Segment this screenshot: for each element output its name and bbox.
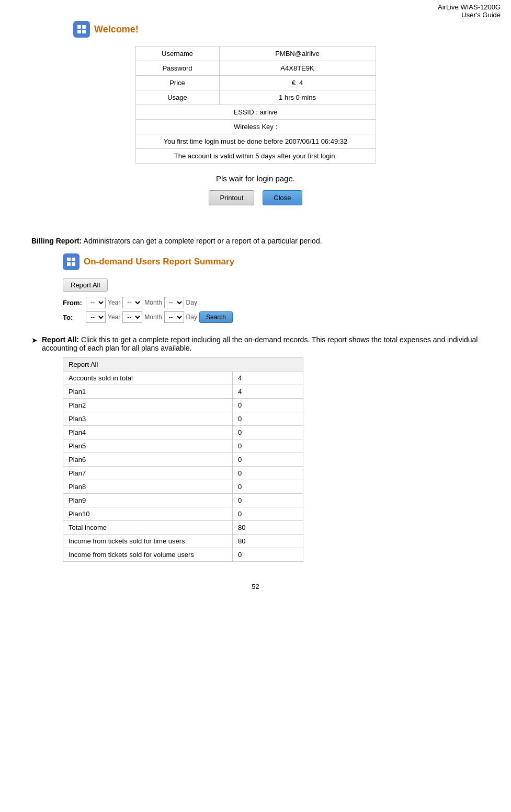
- app-icon: [73, 21, 90, 38]
- plan6-label: Plan6: [63, 453, 233, 467]
- table-row: Income from tickets sold for time users …: [63, 535, 303, 548]
- table-row: Plan3 0: [63, 412, 303, 426]
- table-row: Income from tickets sold for volume user…: [63, 548, 303, 562]
- svg-rect-3: [82, 30, 86, 33]
- to-year-select[interactable]: --: [86, 311, 106, 323]
- report-controls: Report All From: -- Year -- Month -- Day…: [63, 279, 480, 323]
- table-row: Plan8 0: [63, 480, 303, 494]
- volume-users-value: 0: [233, 548, 303, 562]
- to-label: To:: [63, 314, 84, 321]
- from-month-select[interactable]: --: [122, 297, 142, 308]
- plan5-value: 0: [233, 439, 303, 453]
- svg-rect-5: [72, 258, 75, 261]
- bullet-row: ➤ Report All: Click this to get a comple…: [31, 335, 480, 352]
- table-row: Plan2 0: [63, 399, 303, 412]
- time-users-label: Income from tickets sold for time users: [63, 535, 233, 548]
- billing-report-title: Billing Report: Administrators can get a…: [31, 237, 480, 245]
- report-all-desc: Click this to get a complete report incl…: [42, 335, 478, 352]
- table-row: Plan4 0: [63, 426, 303, 439]
- to-day-label: Day: [186, 314, 197, 321]
- plan3-value: 0: [233, 412, 303, 426]
- table-row: Plan5 0: [63, 439, 303, 453]
- plan5-label: Plan5: [63, 439, 233, 453]
- valid-row: The account is valid within 5 days after…: [135, 149, 376, 164]
- username-value: PMBN@airlive: [219, 47, 376, 61]
- billing-text: Administrators can get a complete report…: [82, 237, 322, 245]
- report-all-button[interactable]: Report All: [63, 279, 108, 292]
- price-label: Price: [135, 76, 219, 90]
- billing-report-section: Billing Report: Administrators can get a…: [31, 237, 480, 562]
- plan4-value: 0: [233, 426, 303, 439]
- accounts-sold-value: 4: [233, 372, 303, 385]
- ondemand-title: On-demand Users Report Summary: [84, 257, 234, 267]
- from-label: From:: [63, 299, 84, 307]
- from-day-select[interactable]: --: [164, 297, 184, 308]
- table-row: Accounts sold in total 4: [63, 372, 303, 385]
- total-income-label: Total income: [63, 521, 233, 535]
- welcome-title: Welcome!: [94, 24, 139, 35]
- usage-label: Usage: [135, 90, 219, 105]
- essid-row: ESSID : airlive: [135, 105, 376, 120]
- usage-value: 1 hrs 0 mins: [219, 90, 376, 105]
- billing-bold: Billing Report:: [31, 237, 82, 245]
- plan10-value: 0: [233, 507, 303, 521]
- ondemand-header: On-demand Users Report Summary: [63, 253, 480, 270]
- plan9-value: 0: [233, 494, 303, 507]
- from-day-label: Day: [186, 299, 197, 306]
- password-label: Password: [135, 61, 219, 76]
- report-all-term: Report All:: [42, 335, 79, 344]
- pls-wait-text: Pls wait for login page.: [216, 174, 295, 183]
- to-day-select[interactable]: --: [164, 311, 184, 323]
- plan6-value: 0: [233, 453, 303, 467]
- svg-rect-0: [77, 25, 81, 29]
- plan7-label: Plan7: [63, 467, 233, 480]
- svg-rect-6: [67, 262, 71, 266]
- accounts-sold-label: Accounts sold in total: [63, 372, 233, 385]
- info-table: Username PMBN@airlive Password A4X8TE9K …: [135, 46, 376, 164]
- report-all-table: Report All Accounts sold in total 4 Plan…: [63, 357, 303, 562]
- time-users-value: 80: [233, 535, 303, 548]
- header-line1: AirLive WIAS-1200G: [438, 3, 501, 11]
- report-all-section: ➤ Report All: Click this to get a comple…: [31, 335, 480, 562]
- from-year-label: Year: [108, 299, 120, 306]
- total-income-value: 80: [233, 521, 303, 535]
- table-row: Plan1 4: [63, 385, 303, 399]
- welcome-buttons: Printout Close: [209, 190, 302, 205]
- table-row: Plan6 0: [63, 453, 303, 467]
- bullet-arrow-icon: ➤: [31, 336, 38, 344]
- plan3-label: Plan3: [63, 412, 233, 426]
- to-year-label: Year: [108, 314, 120, 321]
- table-row: Plan7 0: [63, 467, 303, 480]
- wireless-key-row: Wireless Key :: [135, 120, 376, 134]
- ondemand-icon: [63, 253, 80, 270]
- to-month-select[interactable]: --: [122, 311, 142, 323]
- plan4-label: Plan4: [63, 426, 233, 439]
- header-title: AirLive WIAS-1200G User's Guide: [438, 3, 501, 19]
- table-row: Plan9 0: [63, 494, 303, 507]
- first-login-row: You first time login must be done before…: [135, 134, 376, 149]
- plan2-value: 0: [233, 399, 303, 412]
- from-row: From: -- Year -- Month -- Day: [63, 297, 480, 308]
- plan9-label: Plan9: [63, 494, 233, 507]
- close-button[interactable]: Close: [263, 190, 302, 205]
- report-table-header: Report All: [63, 358, 303, 372]
- from-year-select[interactable]: --: [86, 297, 106, 308]
- welcome-section: Welcome! Username PMBN@airlive Password …: [31, 21, 480, 221]
- page-number: 52: [31, 583, 480, 590]
- header-line2: User's Guide: [438, 11, 501, 19]
- plan7-value: 0: [233, 467, 303, 480]
- price-value: € 4: [219, 76, 376, 90]
- volume-users-label: Income from tickets sold for volume user…: [63, 548, 233, 562]
- svg-rect-2: [77, 30, 81, 33]
- svg-rect-7: [72, 262, 75, 266]
- printout-button[interactable]: Printout: [209, 190, 254, 205]
- username-label: Username: [135, 47, 219, 61]
- svg-rect-1: [82, 25, 86, 29]
- welcome-header: Welcome!: [73, 21, 139, 38]
- from-month-label: Month: [144, 299, 162, 306]
- plan8-value: 0: [233, 480, 303, 494]
- to-month-label: Month: [144, 314, 162, 321]
- table-row: Total income 80: [63, 521, 303, 535]
- search-button[interactable]: Search: [199, 311, 233, 323]
- plan1-value: 4: [233, 385, 303, 399]
